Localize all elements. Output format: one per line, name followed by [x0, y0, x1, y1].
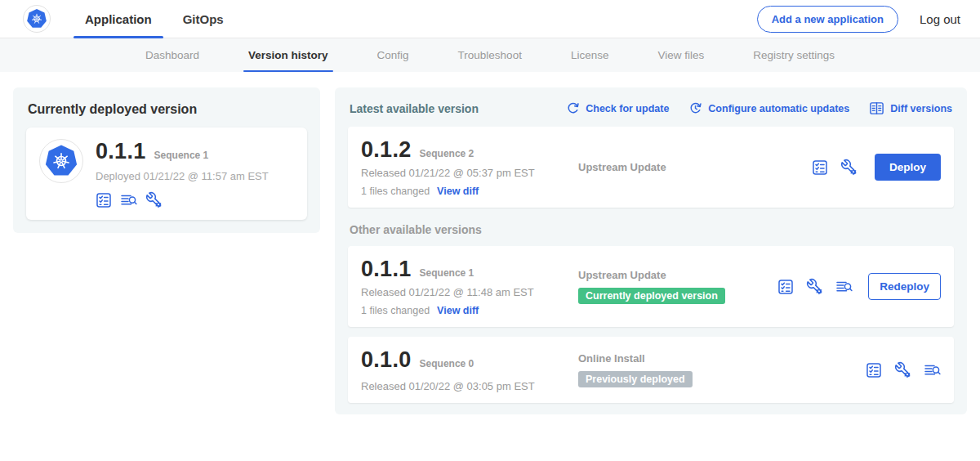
- previously-deployed-badge: Previously deployed: [578, 371, 693, 387]
- redeploy-button[interactable]: Redeploy: [868, 273, 941, 300]
- header-tab-gitops-label: GitOps: [183, 12, 224, 26]
- version-history-panel: Latest available version Check for updat…: [335, 87, 967, 414]
- version-number: 0.1.1: [361, 257, 412, 282]
- deployed-version-tile: 0.1.1 Sequence 1 Deployed 01/21/22 @ 11:…: [26, 128, 307, 220]
- top-header: Application GitOps Add a new application…: [0, 0, 980, 38]
- header-tab-gitops[interactable]: GitOps: [172, 0, 235, 38]
- view-diff-link[interactable]: View diff: [437, 186, 479, 197]
- view-files-icon[interactable]: [924, 362, 941, 378]
- logout-button[interactable]: Log out: [920, 12, 960, 26]
- clock-refresh-icon: [688, 101, 702, 115]
- version-source-label: Upstream Update: [578, 269, 777, 281]
- preflight-checklist-icon[interactable]: [812, 159, 828, 176]
- subnav-item-version-history[interactable]: Version history: [224, 38, 353, 72]
- deployed-actions: [96, 191, 269, 208]
- panel-actions: Check for update Configure automatic upd…: [566, 101, 952, 116]
- view-files-icon[interactable]: [835, 279, 853, 295]
- latest-available-title: Latest available version: [350, 102, 479, 115]
- subnav-item-troubleshoot[interactable]: Troubleshoot: [434, 38, 546, 72]
- configure-automatic-updates-link[interactable]: Configure automatic updates: [688, 101, 849, 115]
- diff-versions-link[interactable]: Diff versions: [869, 101, 952, 116]
- currently-deployed-title: Currently deployed version: [28, 102, 305, 117]
- config-wrench-icon[interactable]: [145, 191, 163, 208]
- diff-columns-icon: [869, 101, 884, 116]
- header-tab-application-label: Application: [85, 12, 152, 26]
- refresh-icon: [566, 101, 580, 115]
- sequence-label: Sequence 0: [420, 358, 474, 369]
- config-wrench-icon[interactable]: [894, 361, 911, 378]
- header-right: Add a new application Log out: [757, 6, 960, 33]
- diff-versions-label: Diff versions: [890, 103, 952, 114]
- version-source-label: Online Install: [578, 352, 866, 365]
- check-for-update-label: Check for update: [586, 103, 669, 114]
- subnav-item-license[interactable]: License: [546, 38, 634, 72]
- released-timestamp: Released 01/21/22 @ 11:48 am EST: [361, 286, 567, 298]
- app-kubernetes-icon: [39, 139, 83, 183]
- preflight-checklist-icon[interactable]: [777, 279, 794, 295]
- deployed-sequence-label: Sequence 1: [154, 150, 209, 161]
- header-tab-application[interactable]: Application: [74, 0, 163, 38]
- subnav-item-config[interactable]: Config: [353, 38, 434, 72]
- version-number: 0.1.0: [361, 347, 412, 373]
- version-row-0-1-0: 0.1.0 Sequence 0 Released 01/20/22 @ 03:…: [348, 337, 954, 403]
- config-wrench-icon[interactable]: [840, 159, 858, 176]
- preflight-checklist-icon[interactable]: [96, 192, 112, 208]
- deploy-button[interactable]: Deploy: [875, 154, 941, 181]
- files-changed-label: 1 files changed: [361, 305, 430, 316]
- version-row-0-1-2: 0.1.2 Sequence 2 Released 01/21/22 @ 05:…: [348, 127, 954, 208]
- subnav-item-view-files[interactable]: View files: [633, 38, 728, 72]
- check-for-update-link[interactable]: Check for update: [566, 101, 669, 115]
- preflight-checklist-icon[interactable]: [866, 362, 882, 378]
- view-files-icon[interactable]: [120, 192, 137, 208]
- currently-deployed-card: Currently deployed version 0.1.1 Sequenc…: [13, 87, 320, 233]
- app-subnav: Dashboard Version history Config Trouble…: [0, 38, 980, 72]
- files-changed-label: 1 files changed: [361, 186, 430, 197]
- subnav-item-registry-settings[interactable]: Registry settings: [728, 38, 859, 72]
- currently-deployed-badge: Currently deployed version: [578, 288, 725, 304]
- deployed-timestamp: Deployed 01/21/22 @ 11:57 am EST: [96, 170, 269, 182]
- released-timestamp: Released 01/20/22 @ 03:05 pm EST: [361, 380, 567, 392]
- sequence-label: Sequence 1: [420, 267, 474, 279]
- main-content: Currently deployed version 0.1.1 Sequenc…: [0, 72, 980, 430]
- add-application-button[interactable]: Add a new application: [757, 6, 898, 33]
- version-row-0-1-1: 0.1.1 Sequence 1 Released 01/21/22 @ 11:…: [348, 246, 954, 327]
- deployed-version-info: 0.1.1 Sequence 1 Deployed 01/21/22 @ 11:…: [96, 139, 269, 208]
- view-diff-link[interactable]: View diff: [437, 305, 479, 316]
- sequence-label: Sequence 2: [420, 148, 474, 159]
- configure-automatic-updates-label: Configure automatic updates: [708, 103, 849, 114]
- released-timestamp: Released 01/21/22 @ 05:37 pm EST: [361, 167, 567, 179]
- other-available-title: Other available versions: [350, 223, 952, 236]
- version-number: 0.1.2: [361, 137, 412, 163]
- kubernetes-logo-icon: [23, 5, 51, 33]
- config-wrench-icon[interactable]: [806, 278, 823, 295]
- subnav-item-dashboard[interactable]: Dashboard: [121, 38, 224, 72]
- version-source-label: Upstream Update: [578, 161, 812, 173]
- deployed-version-number: 0.1.1: [96, 139, 146, 164]
